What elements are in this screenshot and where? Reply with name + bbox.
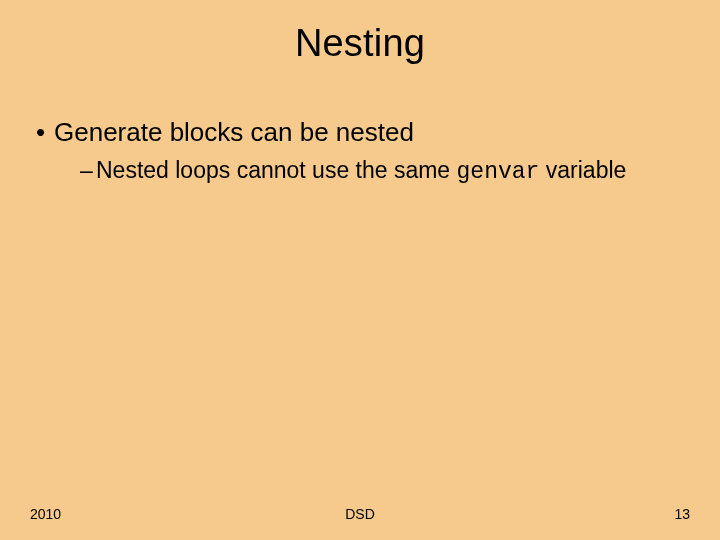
bullet-level1: •Generate blocks can be nested — [36, 116, 700, 149]
slide-title: Nesting — [0, 22, 720, 65]
bullet-level1-text: Generate blocks can be nested — [54, 117, 414, 147]
bullet-dash-icon: – — [80, 155, 96, 186]
bullet-level2-suffix: variable — [539, 157, 626, 183]
slide-body: •Generate blocks can be nested –Nested l… — [36, 116, 700, 188]
slide-footer: 2010 DSD 13 — [30, 506, 690, 526]
footer-center: DSD — [30, 506, 690, 522]
bullet-level2: –Nested loops cannot use the same genvar… — [80, 155, 700, 188]
bullet-level2-prefix: Nested loops cannot use the same — [96, 157, 457, 183]
footer-page-number: 13 — [674, 506, 690, 522]
bullet-dot-icon: • — [36, 116, 54, 149]
bullet-level2-code: genvar — [457, 159, 540, 185]
slide: Nesting •Generate blocks can be nested –… — [0, 0, 720, 540]
